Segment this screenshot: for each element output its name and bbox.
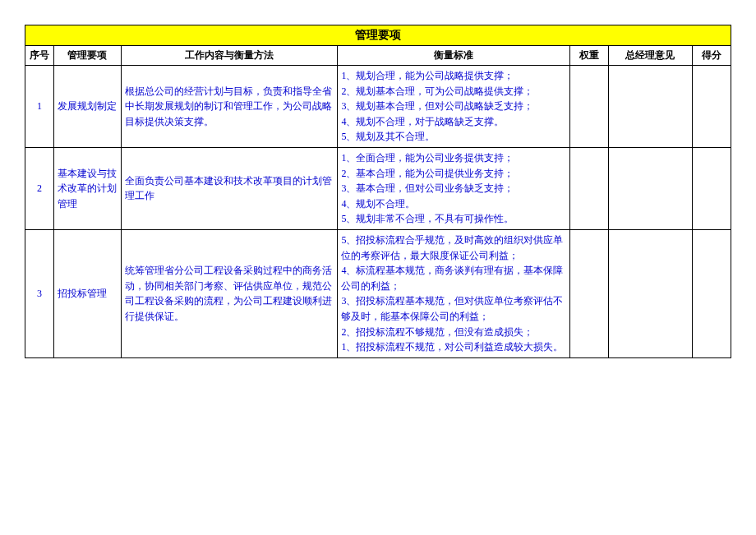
cell-gm — [608, 147, 692, 229]
cell-seq: 1 — [25, 66, 54, 148]
cell-gm — [608, 66, 692, 148]
table-title: 管理要项 — [25, 25, 731, 46]
cell-std: 1、规划合理，能为公司战略提供支撑； 2、规划基本合理，可为公司战略提供支撑； … — [338, 66, 569, 148]
cell-score — [692, 147, 731, 229]
hdr-weight: 权重 — [569, 46, 608, 66]
cell-work: 全面负责公司基本建设和技术改革项目的计划管理工作 — [121, 147, 338, 229]
cell-seq: 2 — [25, 147, 54, 229]
cell-gm — [608, 229, 692, 357]
cell-weight — [569, 66, 608, 148]
table-row: 2基本建设与技术改革的计划管理全面负责公司基本建设和技术改革项目的计划管理工作1… — [25, 147, 731, 229]
header-row: 序号 管理要项 工作内容与衡量方法 衡量标准 权重 总经理意见 得分 — [25, 46, 731, 66]
cell-score — [692, 66, 731, 148]
hdr-seq: 序号 — [25, 46, 54, 66]
hdr-item: 管理要项 — [53, 46, 121, 66]
hdr-gm: 总经理意见 — [608, 46, 692, 66]
cell-std: 5、招投标流程合乎规范，及时高效的组织对供应单位的考察评估，最大限度保证公司利益… — [338, 229, 569, 357]
table-row: 3招投标管理统筹管理省分公司工程设备采购过程中的商务活动，协同相关部门考察、评估… — [25, 229, 731, 357]
page-container: 管理要项 序号 管理要项 工作内容与衡量方法 衡量标准 权重 总经理意见 得分 … — [25, 25, 731, 358]
cell-work: 统筹管理省分公司工程设备采购过程中的商务活动，协同相关部门考察、评估供应单位，规… — [121, 229, 338, 357]
title-row: 管理要项 — [25, 25, 731, 46]
cell-item: 发展规划制定 — [53, 66, 121, 148]
hdr-score: 得分 — [692, 46, 731, 66]
cell-item: 招投标管理 — [53, 229, 121, 357]
management-table: 管理要项 序号 管理要项 工作内容与衡量方法 衡量标准 权重 总经理意见 得分 … — [25, 25, 731, 358]
cell-work: 根据总公司的经营计划与目标，负责和指导全省中长期发展规划的制订和管理工作，为公司… — [121, 66, 338, 148]
table-row: 1发展规划制定根据总公司的经营计划与目标，负责和指导全省中长期发展规划的制订和管… — [25, 66, 731, 148]
cell-score — [692, 229, 731, 357]
hdr-work: 工作内容与衡量方法 — [121, 46, 338, 66]
cell-item: 基本建设与技术改革的计划管理 — [53, 147, 121, 229]
cell-weight — [569, 229, 608, 357]
cell-std: 1、全面合理，能为公司业务提供支持； 2、基本合理，能为公司提供业务支持； 3、… — [338, 147, 569, 229]
hdr-std: 衡量标准 — [338, 46, 569, 66]
cell-weight — [569, 147, 608, 229]
cell-seq: 3 — [25, 229, 54, 357]
